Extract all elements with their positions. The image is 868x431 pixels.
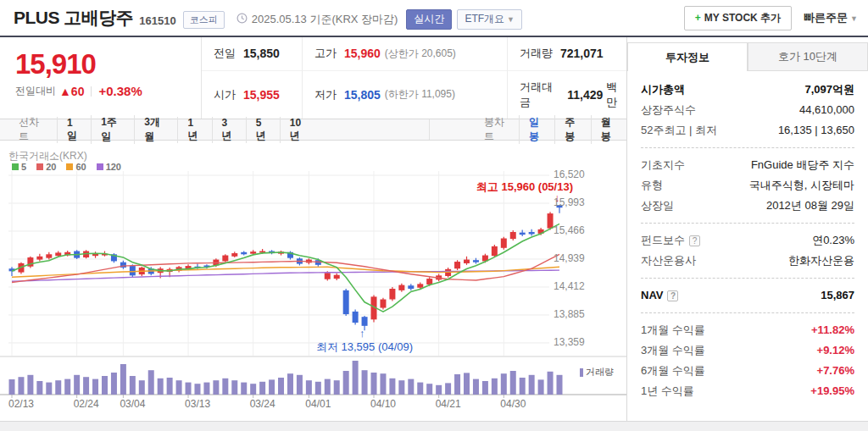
info-value: 7,097억원 bbox=[804, 80, 854, 100]
info-value: 15,867 bbox=[821, 285, 854, 306]
candle-tab-group: 봉차트일봉주봉월봉 bbox=[429, 119, 626, 140]
info-row: 52주최고 | 최저16,135 | 13,650 bbox=[641, 120, 854, 141]
info-label: 3개월 수익률 bbox=[641, 340, 705, 361]
info-label: 유형 bbox=[641, 175, 663, 196]
volume-legend: 거래량 bbox=[580, 366, 614, 379]
grid-layer bbox=[0, 171, 626, 398]
chart-tab-strip: 선차트1일1주일3개월1년3년5년10년봉차트일봉주봉월봉 bbox=[0, 119, 626, 141]
x-axis-label: 04/10 bbox=[370, 398, 396, 410]
info-label: 6개월 수익률 bbox=[641, 361, 705, 381]
info-value: +7.76% bbox=[817, 361, 854, 381]
quote-extra: (하한가 11,095) bbox=[385, 87, 455, 102]
tab-period-10년[interactable]: 10년 bbox=[280, 117, 319, 143]
tab-period-3개월[interactable]: 3개월 bbox=[134, 115, 177, 144]
quote-value: 721,071 bbox=[560, 47, 604, 60]
y-axis-label: 13,359 bbox=[554, 336, 604, 350]
side-panel: 투자정보호가 10단계 시가총액7,097억원상장주식수44,610,00052… bbox=[627, 37, 868, 421]
info-label: 1개월 수익률 bbox=[641, 320, 705, 340]
x-axis-label: 03/24 bbox=[250, 398, 275, 410]
side-tabs: 투자정보호가 10단계 bbox=[627, 42, 868, 71]
tab-period-5년[interactable]: 5년 bbox=[246, 117, 280, 143]
x-axis-label: 04/01 bbox=[305, 398, 331, 410]
dashed-divider bbox=[641, 278, 854, 279]
y-axis-label: 15,466 bbox=[554, 224, 604, 238]
tab-candle-주봉[interactable]: 주봉 bbox=[554, 115, 590, 144]
quick-order-button[interactable]: 빠른주문▼ bbox=[804, 10, 858, 25]
info-row: 상장주식수44,610,000 bbox=[641, 100, 854, 120]
info-row: 기초지수FnGuide 배당주 지수 bbox=[641, 155, 854, 175]
volume-layer bbox=[9, 361, 563, 395]
y-axis-label: 16,520 bbox=[554, 169, 604, 182]
main-content: 15,910 전일대비 ▲60 +0.38% 전일15,850고가15,960(… bbox=[0, 37, 627, 421]
etf-overview-button[interactable]: ETF개요▼ bbox=[457, 9, 522, 30]
x-axis-label: 02/13 bbox=[8, 398, 34, 410]
info-value: 44,610,000 bbox=[799, 100, 854, 120]
tab-period-3년[interactable]: 3년 bbox=[212, 117, 246, 143]
info-value: +11.82% bbox=[811, 320, 854, 340]
change-label: 전일대비 bbox=[15, 84, 56, 98]
price-area: 15,910 전일대비 ▲60 +0.38% 전일15,850고가15,960(… bbox=[0, 37, 626, 119]
info-label: 상장일 bbox=[641, 196, 674, 216]
quote-label: 시가 bbox=[214, 87, 236, 102]
dashed-divider bbox=[641, 223, 854, 224]
y-axis-label: 14,412 bbox=[554, 280, 604, 294]
stock-title: PLUS 고배당주 bbox=[14, 6, 133, 30]
info-row: 1개월 수익률+11.82% bbox=[641, 320, 854, 340]
quote-value: 15,960 bbox=[344, 47, 381, 60]
info-label: 52주최고 | 최저 bbox=[641, 120, 717, 141]
info-row: 펀드보수?연0.23% bbox=[641, 230, 854, 251]
low-annotation: 최저 13,595 (04/09) bbox=[280, 340, 449, 355]
quote-cell: 시가15,955 bbox=[202, 70, 302, 119]
x-axis-label: 04/30 bbox=[500, 398, 526, 410]
tab-period-1일[interactable]: 1일 bbox=[57, 117, 91, 143]
info-row: 3개월 수익률+9.12% bbox=[641, 340, 854, 361]
info-value: 16,135 | 13,650 bbox=[778, 120, 854, 141]
tab-period-1주일[interactable]: 1주일 bbox=[91, 115, 134, 144]
quote-table: 전일15,850고가15,960(상한가 20,605)거래량721,071시가… bbox=[202, 37, 626, 119]
quote-label: 거래대금 bbox=[520, 80, 559, 110]
my-stock-add-button[interactable]: +MY STOCK 추가 bbox=[684, 6, 792, 30]
arrow-up-icon: ↑ bbox=[359, 327, 365, 340]
quote-cell: 거래량721,071 bbox=[507, 37, 626, 70]
info-value: FnGuide 배당주 지수 bbox=[751, 155, 854, 175]
info-label: 기초지수 bbox=[641, 155, 685, 175]
info-value: 한화자산운용 bbox=[788, 251, 854, 271]
investment-info: 시가총액7,097억원상장주식수44,610,00052주최고 | 최저16,1… bbox=[627, 71, 868, 401]
volume-swatch-icon bbox=[580, 368, 583, 377]
y-axis-label: 15,993 bbox=[554, 196, 604, 210]
footer-band bbox=[0, 421, 868, 431]
quote-label: 전일 bbox=[214, 46, 236, 61]
change-percent: +0.38% bbox=[98, 84, 142, 98]
plus-icon: + bbox=[695, 12, 701, 24]
line-chart-label: 선차트 bbox=[0, 115, 57, 144]
info-label: 상장주식수 bbox=[641, 100, 696, 120]
info-label: 펀드보수? bbox=[641, 230, 700, 251]
clock-icon bbox=[236, 12, 248, 27]
quote-extra: (상한가 20,605) bbox=[385, 47, 456, 61]
side-tab-투자정보[interactable]: 투자정보 bbox=[627, 42, 748, 71]
tab-candle-일봉[interactable]: 일봉 bbox=[519, 115, 554, 144]
info-value: 국내주식형, 시장테마 bbox=[749, 175, 854, 196]
help-icon[interactable]: ? bbox=[689, 235, 700, 246]
info-value: 연0.23% bbox=[812, 230, 854, 251]
tab-candle-월봉[interactable]: 월봉 bbox=[591, 115, 626, 144]
info-row: 유형국내주식형, 시장테마 bbox=[641, 175, 854, 196]
help-icon[interactable]: ? bbox=[667, 290, 678, 301]
quote-label: 거래량 bbox=[520, 46, 553, 61]
quote-value: 15,850 bbox=[243, 47, 280, 60]
info-value: +9.12% bbox=[817, 340, 854, 361]
page-header: PLUS 고배당주 161510 코스피 2025.05.13 기준(KRX 장… bbox=[0, 0, 868, 36]
info-row: 시가총액7,097억원 bbox=[641, 80, 854, 100]
side-tab-호가 10단계[interactable]: 호가 10단계 bbox=[748, 42, 868, 71]
info-label: NAV? bbox=[641, 285, 678, 306]
info-row: 상장일2012년 08월 29일 bbox=[641, 196, 854, 216]
quote-cell: 고가15,960(상한가 20,605) bbox=[302, 37, 507, 70]
candle-chart-label: 봉차트 bbox=[430, 115, 519, 144]
quote-value: 15,805 bbox=[344, 88, 381, 102]
tab-period-1년[interactable]: 1년 bbox=[177, 117, 211, 143]
chevron-down-icon: ▼ bbox=[507, 15, 515, 24]
realtime-button[interactable]: 실시간 bbox=[406, 9, 452, 30]
x-axis-label: 03/13 bbox=[185, 398, 210, 410]
info-row: 자산운용사한화자산운용 bbox=[641, 251, 854, 271]
chart-area: 한국거래소(KRX) 52060120 최고 15,960 (05/13) ↓ … bbox=[0, 141, 626, 421]
